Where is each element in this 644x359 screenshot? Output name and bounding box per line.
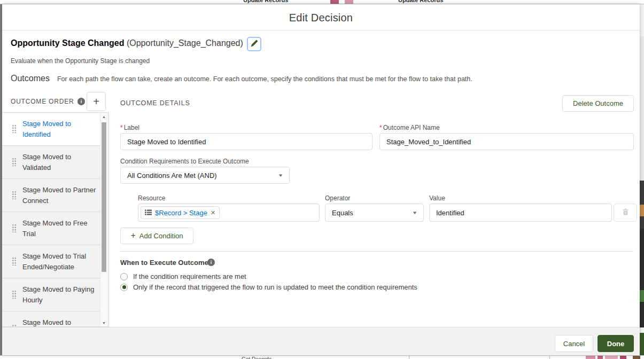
drag-handle-icon[interactable] bbox=[12, 290, 16, 299]
done-button[interactable]: Done bbox=[598, 335, 634, 352]
background-element-icon bbox=[586, 356, 595, 359]
value-label: Value bbox=[429, 194, 445, 202]
background-fragment bbox=[640, 333, 644, 355]
outcome-order-title: OUTCOME ORDER bbox=[11, 98, 74, 105]
section-divider bbox=[120, 251, 633, 252]
background-node-label: Update Records bbox=[398, 0, 443, 3]
outcome-list-item[interactable]: Stage Moved to Trial Ended/Negotiate bbox=[2, 245, 100, 278]
outcome-item-label: Stage Moved to Identified bbox=[22, 119, 98, 140]
trash-icon bbox=[622, 208, 630, 217]
background-element-icon bbox=[330, 0, 339, 4]
resource-pill-label: $Record > Stage bbox=[155, 209, 207, 217]
outcome-item-label: Stage Moved to Free Trial bbox=[22, 218, 98, 239]
decision-description: Evaluate when the Opportunity Stage is c… bbox=[11, 57, 150, 65]
add-outcome-button[interactable]: + bbox=[87, 92, 106, 111]
outcome-list-item[interactable]: Stage Moved to Free Trial bbox=[2, 212, 100, 245]
outcome-list-item[interactable]: Stage Moved to bbox=[2, 311, 100, 327]
background-node-label: Get Records bbox=[242, 356, 271, 359]
radio-selected-icon[interactable] bbox=[120, 284, 128, 291]
outcome-order-header: OUTCOME ORDER i + bbox=[2, 91, 112, 112]
outcomes-section-header: Outcomes For each path the flow can take… bbox=[11, 74, 472, 83]
condition-requirements-label: Condition Requirements to Execute Outcom… bbox=[120, 158, 249, 165]
decision-api-name: (Opportunity_Stage_Changed) bbox=[127, 38, 243, 48]
background-fragment bbox=[640, 205, 644, 216]
required-asterisk: * bbox=[120, 124, 123, 131]
api-name-field-label: *Outcome API Name bbox=[379, 124, 440, 131]
radio-option-if-conditions-met[interactable]: If the condition requirements are met bbox=[120, 272, 246, 280]
decision-title: Opportunity Stage Changed (Opportunity_S… bbox=[11, 38, 243, 48]
add-condition-button[interactable]: + Add Condition bbox=[120, 228, 193, 244]
chevron-down-icon: ▼ bbox=[277, 173, 283, 178]
label-input[interactable] bbox=[120, 133, 373, 150]
resource-pill[interactable]: $Record > Stage ✕ bbox=[141, 206, 220, 219]
outcome-list-item[interactable]: Stage Moved to Paying Hourly bbox=[2, 278, 100, 311]
outcome-list-item[interactable]: Stage Moved to Partner Connect bbox=[2, 179, 100, 212]
outcome-item-label: Stage Moved to Partner Connect bbox=[22, 185, 98, 206]
radio-unselected-icon[interactable] bbox=[120, 273, 128, 280]
outcome-list-item[interactable]: Stage Moved to Identified bbox=[2, 113, 100, 146]
outcome-item-label: Stage Moved to Validated bbox=[22, 152, 98, 173]
plus-icon: + bbox=[130, 231, 135, 240]
outcome-list-scrollbar[interactable]: ▲ ▼ bbox=[100, 113, 107, 326]
background-element-icon bbox=[598, 356, 603, 359]
scroll-up-icon[interactable]: ▲ bbox=[100, 113, 107, 120]
background-element-icon bbox=[345, 0, 353, 4]
screen: Update Records Update Records Get Record… bbox=[0, 0, 644, 359]
background-element-icon bbox=[605, 356, 618, 359]
scroll-down-icon[interactable]: ▼ bbox=[100, 319, 107, 326]
background-top-strip: Update Records Update Records bbox=[0, 0, 644, 4]
decision-name: Opportunity Stage Changed bbox=[11, 38, 124, 48]
drag-handle-icon[interactable] bbox=[12, 158, 16, 166]
info-icon[interactable]: i bbox=[77, 98, 85, 105]
outcome-list-item[interactable]: Stage Moved to Validated bbox=[2, 146, 100, 179]
condition-requirements-select[interactable]: All Conditions Are Met (AND) ▼ bbox=[120, 167, 290, 184]
delete-condition-button[interactable] bbox=[614, 204, 637, 222]
background-divider bbox=[549, 356, 550, 359]
edit-decision-name-button[interactable] bbox=[247, 37, 261, 51]
resource-combobox[interactable]: $Record > Stage ✕ bbox=[138, 204, 320, 222]
info-icon[interactable]: i bbox=[207, 259, 215, 266]
background-element-icon bbox=[620, 356, 626, 359]
radio-option-label: Only if the record that triggered the fl… bbox=[133, 283, 417, 291]
drag-handle-icon[interactable] bbox=[12, 191, 16, 199]
drag-handle-icon[interactable] bbox=[12, 224, 16, 232]
background-fragment bbox=[640, 36, 644, 181]
background-bottom-strip: Get Records bbox=[0, 355, 644, 359]
remove-pill-icon[interactable]: ✕ bbox=[211, 209, 215, 216]
operator-label: Operator bbox=[325, 194, 350, 202]
value-input[interactable] bbox=[429, 204, 612, 222]
resource-label: Resource bbox=[138, 194, 165, 202]
modal-footer: Cancel Done bbox=[2, 327, 640, 355]
required-asterisk: * bbox=[379, 124, 382, 131]
outcomes-help-text: For each path the flow can take, create … bbox=[57, 75, 472, 83]
outcome-item-label: Stage Moved to Paying Hourly bbox=[22, 284, 98, 306]
edit-decision-modal: Edit Decision Opportunity Stage Changed … bbox=[2, 4, 640, 355]
scrollbar-thumb[interactable] bbox=[102, 122, 106, 272]
background-element-icon bbox=[633, 356, 640, 359]
background-right-strip bbox=[640, 4, 644, 355]
outcome-order-list: Stage Moved to Identified Stage Moved to… bbox=[2, 112, 109, 327]
add-condition-label: Add Condition bbox=[139, 232, 183, 240]
radio-option-only-if-updated[interactable]: Only if the record that triggered the fl… bbox=[120, 283, 417, 291]
outcome-details-heading: OUTCOME DETAILS bbox=[120, 99, 190, 107]
when-to-execute-label: When to Execute Outcome bbox=[120, 259, 208, 267]
outcomes-heading: Outcomes bbox=[11, 74, 50, 83]
operator-value: Equals bbox=[332, 209, 353, 217]
delete-outcome-button[interactable]: Delete Outcome bbox=[562, 95, 634, 112]
cancel-button[interactable]: Cancel bbox=[555, 335, 593, 352]
record-variable-icon bbox=[145, 208, 152, 217]
api-name-input[interactable] bbox=[379, 133, 634, 150]
outcome-item-label: Stage Moved to Trial Ended/Negotiate bbox=[22, 251, 98, 272]
pencil-icon bbox=[251, 40, 258, 49]
modal-title: Edit Decision bbox=[2, 12, 640, 24]
background-fragment bbox=[640, 229, 644, 327]
drag-handle-icon[interactable] bbox=[12, 257, 16, 266]
drag-handle-icon[interactable] bbox=[12, 124, 16, 133]
radio-option-label: If the condition requirements are met bbox=[133, 272, 246, 280]
background-node-label: Update Records bbox=[243, 0, 288, 3]
chevron-down-icon: ▼ bbox=[412, 210, 417, 215]
operator-select[interactable]: Equals ▼ bbox=[325, 204, 424, 222]
background-fragment bbox=[640, 290, 644, 302]
modal-titlebar: Edit Decision bbox=[2, 4, 640, 30]
condition-requirements-value: All Conditions Are Met (AND) bbox=[127, 171, 217, 180]
